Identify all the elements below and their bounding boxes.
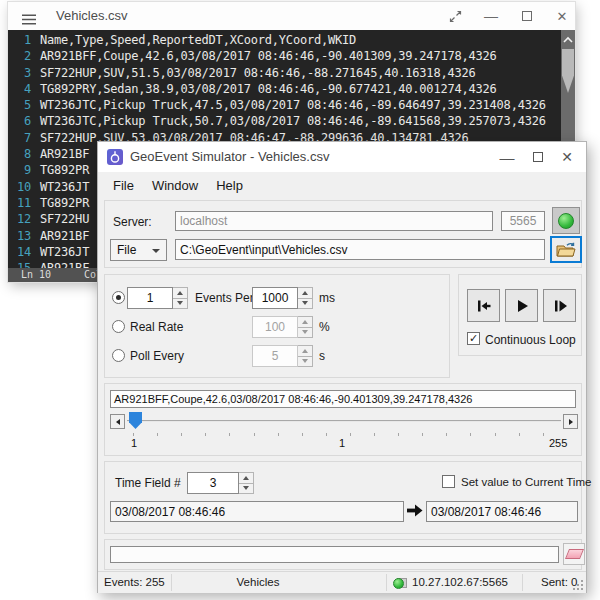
connect-button[interactable]	[552, 207, 580, 234]
slider-left-button[interactable]	[110, 414, 125, 429]
editor-titlebar: Vehicles.csv — ✕	[8, 2, 575, 30]
line-text: AR921BF	[40, 260, 89, 268]
line-number: 2	[8, 48, 40, 64]
menubar: FileWindowHelp	[98, 172, 586, 198]
line-text: TG892PRY,Sedan,38.9,03/08/2017 08:46:46,…	[40, 81, 497, 97]
editor-maximize-button[interactable]	[516, 2, 538, 30]
scrollbar-thumb[interactable]	[562, 49, 574, 93]
events-count-value[interactable]: 1	[127, 287, 173, 309]
file-name-status: Vehicles	[198, 576, 318, 588]
line-text: AR921BFF,Coupe,42.6,03/08/2017 08:46:46,…	[40, 48, 497, 64]
spinner-up-icon	[298, 345, 313, 357]
line-number: 6	[8, 113, 40, 129]
connection-status-icon	[558, 213, 574, 229]
interval-spinner[interactable]: 1000	[252, 287, 313, 309]
arrow-right-icon	[407, 503, 423, 522]
line-number: 7	[8, 130, 40, 146]
open-folder-icon	[556, 242, 576, 258]
time-field-label: Time Field #	[115, 476, 181, 490]
progress-group	[104, 539, 582, 570]
browse-file-button[interactable]	[550, 236, 582, 263]
server-label: Server:	[113, 215, 152, 229]
line-number: 1	[8, 32, 40, 48]
source-type-dropdown[interactable]: File	[110, 239, 167, 261]
slider-thumb[interactable]	[129, 412, 142, 429]
spinner-down-icon	[298, 328, 313, 339]
resize-grip[interactable]	[573, 580, 583, 590]
spinner-down-icon	[298, 357, 313, 368]
menu-item[interactable]: Help	[207, 178, 252, 193]
skip-to-start-icon	[475, 297, 493, 315]
rate-group: 1 Events Per 1000 ms Real Rate 100 % Pol…	[104, 274, 450, 378]
cursor-line-indicator: Ln 10	[21, 269, 51, 280]
simulator-maximize-button[interactable]	[525, 142, 551, 172]
time-field-spinner[interactable]: 3	[187, 472, 254, 494]
editor-close-button[interactable]: ✕	[551, 2, 573, 30]
original-time-field[interactable]: 03/08/2017 08:46:46	[110, 501, 404, 522]
line-text: AR921BF	[40, 146, 89, 162]
interval-unit-label: ms	[319, 291, 335, 305]
step-button[interactable]	[543, 289, 576, 322]
file-path-input[interactable]: C:\GeoEvent\input\Vehicles.csv	[175, 239, 545, 260]
slider-track[interactable]	[127, 420, 561, 422]
line-number: 12	[8, 211, 40, 227]
simulator-close-button[interactable]: ✕	[554, 142, 580, 172]
editor-line: 5 WT236JTC,Pickup Truck,47.5,03/08/2017 …	[8, 97, 575, 113]
rewind-button[interactable]	[467, 289, 500, 322]
real-rate-value: 100	[252, 316, 298, 338]
spinner-up-icon	[298, 316, 313, 328]
server-group: Server: localhost 5565 File C:\GeoEvent\…	[104, 200, 582, 268]
interval-value[interactable]: 1000	[252, 287, 298, 309]
poll-every-radio[interactable]	[112, 349, 125, 362]
editor-line: 6 WT236JTC,Pickup Truck,50.7,03/08/2017 …	[8, 113, 575, 129]
time-field-value[interactable]: 3	[187, 472, 239, 494]
server-port-input[interactable]: 5565	[501, 211, 545, 231]
events-count-spinner[interactable]: 1	[127, 287, 188, 309]
line-text: Name,Type,Speed,ReportedDT,XCoord,YCoord…	[40, 32, 356, 48]
continuous-loop-checkbox[interactable]: ✓	[467, 332, 480, 345]
editor-line: 1 Name,Type,Speed,ReportedDT,XCoord,YCoo…	[8, 32, 575, 48]
slider-min-label: 1	[131, 437, 137, 449]
sent-count-status: Sent: 0	[541, 576, 577, 588]
real-rate-radio[interactable]	[112, 320, 125, 333]
events-per-radio[interactable]	[112, 291, 125, 304]
play-icon	[513, 297, 531, 315]
step-forward-icon	[551, 297, 569, 315]
current-event-field[interactable]: AR921BFF,Coupe,42.6,03/08/2017 08:46:46,…	[110, 390, 576, 408]
simulator-window-title: GeoEvent Simulator - Vehicles.csv	[130, 149, 329, 164]
current-time-checkbox[interactable]	[442, 475, 455, 488]
editor-minimize-button[interactable]: —	[480, 2, 502, 30]
slider-max-label: 255	[549, 437, 567, 449]
current-time-label: Set value to Current Time	[461, 476, 591, 488]
real-rate-label: Real Rate	[130, 320, 183, 334]
editor-line: 4 TG892PRY,Sedan,38.9,03/08/2017 08:46:4…	[8, 81, 575, 97]
line-text: TG892PR	[40, 162, 89, 178]
real-rate-unit-label: %	[319, 320, 330, 334]
time-field-group: Time Field # 3 Set value to Current Time…	[104, 461, 582, 534]
spinner-up-icon[interactable]	[298, 287, 313, 299]
spinner-down-icon[interactable]	[173, 299, 188, 310]
clear-button[interactable]	[563, 543, 585, 565]
connection-indicator-icon	[393, 577, 407, 590]
spinner-up-icon[interactable]	[239, 472, 254, 484]
spinner-up-icon[interactable]	[173, 287, 188, 299]
fullscreen-icon[interactable]	[444, 2, 466, 30]
scroll-up-icon[interactable]	[561, 32, 575, 44]
hamburger-menu-icon[interactable]	[22, 11, 36, 29]
slider-right-button[interactable]	[563, 414, 578, 429]
play-button[interactable]	[505, 289, 538, 322]
statusbar-divider	[386, 574, 387, 591]
menu-item[interactable]: File	[104, 178, 143, 193]
line-text: WT236JTC,Pickup Truck,50.7,03/08/2017 08…	[40, 113, 546, 129]
adjusted-time-field[interactable]: 03/08/2017 08:46:46	[426, 501, 578, 522]
poll-value: 5	[252, 345, 298, 367]
line-number: 8	[8, 146, 40, 162]
poll-every-label: Poll Every	[130, 349, 184, 363]
server-host-input[interactable]: localhost	[175, 211, 493, 231]
geoevent-app-icon	[107, 149, 123, 165]
simulator-minimize-button[interactable]: —	[494, 142, 520, 172]
simulator-window: GeoEvent Simulator - Vehicles.csv — ✕ Fi…	[97, 141, 587, 593]
spinner-down-icon[interactable]	[239, 484, 254, 495]
menu-item[interactable]: Window	[143, 178, 207, 193]
spinner-down-icon[interactable]	[298, 299, 313, 310]
